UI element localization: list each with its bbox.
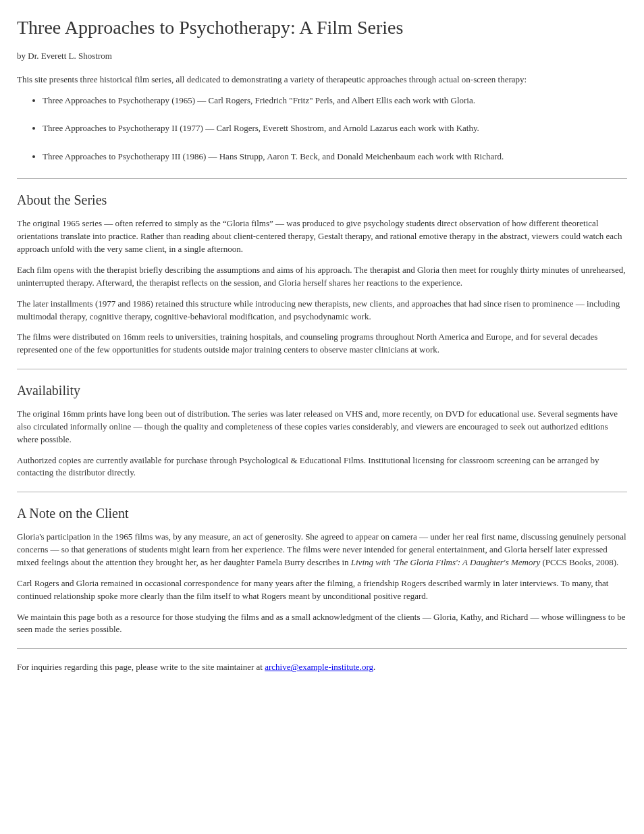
book-title-emphasis: Living with 'The Gloria Films': A Daught… [351, 557, 541, 567]
paragraph: The original 16mm prints have long been … [17, 408, 627, 446]
paragraph: The later installments (1977 and 1986) r… [17, 298, 627, 323]
list-item: Three Approaches to Psychotherapy II (19… [43, 122, 627, 134]
paragraph: The films were distributed on 16mm reels… [17, 331, 627, 357]
divider [17, 648, 627, 649]
footer-contact: For inquiries regarding this page, pleas… [17, 661, 627, 674]
section-heading-client-note: A Note on the Client [17, 506, 627, 521]
footer-suffix: . [373, 662, 375, 672]
page-title: Three Approaches to Psychotherapy: A Fil… [17, 17, 627, 38]
paragraph: The original 1965 series — often referre… [17, 217, 627, 256]
paragraph: We maintain this page both as a resource… [17, 611, 627, 637]
paragraph: Carl Rogers and Gloria remained in occas… [17, 577, 627, 603]
section-heading-availability: Availability [17, 383, 627, 398]
divider [17, 178, 627, 179]
paragraph: Gloria's participation in the 1965 films… [17, 531, 627, 569]
contact-email-link[interactable]: archive@example-institute.org [265, 662, 373, 672]
list-item: Three Approaches to Psychotherapy III (1… [43, 151, 627, 163]
list-item: Three Approaches to Psychotherapy (1965)… [43, 95, 627, 107]
divider [17, 369, 627, 369]
section-heading-about: About the Series [17, 192, 627, 208]
author-line: by Dr. Everett L. Shostrom [17, 51, 627, 61]
text-fragment: (PCCS Books, 2008). [540, 557, 618, 567]
series-list: Three Approaches to Psychotherapy (1965)… [17, 95, 627, 163]
footer-text: For inquiries regarding this page, pleas… [17, 662, 265, 672]
paragraph: Each film opens with the therapist brief… [17, 264, 627, 290]
paragraph: Authorized copies are currently availabl… [17, 454, 627, 480]
divider [17, 492, 627, 492]
intro-paragraph: This site presents three historical film… [17, 74, 627, 86]
